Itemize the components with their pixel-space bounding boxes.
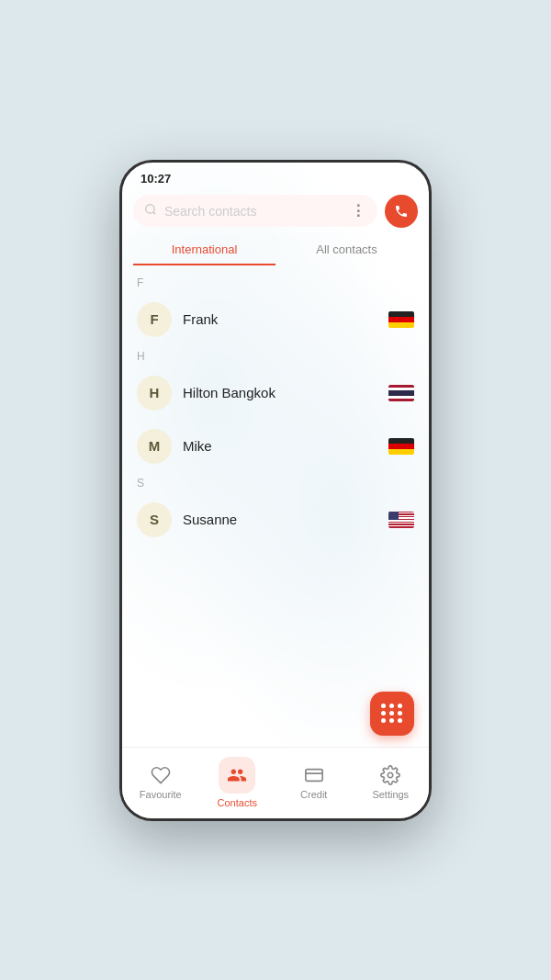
- flag-de-mike: [388, 438, 414, 455]
- contact-item-mike[interactable]: M Mike: [129, 420, 422, 473]
- nav-favourite[interactable]: Favourite: [122, 758, 199, 807]
- contact-list: F F Frank H H Hilton Bangkok: [122, 273, 429, 747]
- contact-name-hilton: Hilton Bangkok: [183, 385, 377, 400]
- phone-content: 10:27 Search contacts ⋮ Int: [122, 163, 429, 818]
- settings-icon: [380, 765, 400, 785]
- svg-rect-2: [306, 770, 322, 782]
- nav-credit-label: Credit: [300, 789, 327, 800]
- call-button[interactable]: [385, 195, 418, 228]
- avatar-susanne: S: [137, 502, 172, 537]
- flag-th-hilton: [388, 385, 414, 401]
- heart-icon: [151, 765, 171, 785]
- bottom-nav: Favourite Contacts Credit: [122, 747, 429, 818]
- nav-contacts-label: Contacts: [218, 797, 257, 808]
- avatar-frank: F: [137, 302, 172, 337]
- avatar-hilton: H: [137, 376, 172, 411]
- nav-settings-label: Settings: [372, 789, 409, 800]
- svg-line-1: [153, 212, 156, 215]
- contacts-icon-bg: [219, 757, 255, 794]
- status-time: 10:27: [141, 172, 171, 186]
- search-placeholder: Search contacts: [164, 204, 343, 219]
- tab-all-contacts[interactable]: All contacts: [276, 235, 418, 265]
- more-icon[interactable]: ⋮: [351, 202, 366, 220]
- tab-international[interactable]: International: [133, 235, 276, 265]
- contacts-icon: [227, 765, 247, 785]
- status-bar: 10:27: [122, 163, 429, 189]
- tabs: International All contacts: [122, 235, 429, 265]
- phone-frame: 10:27 Search contacts ⋮ Int: [119, 160, 432, 821]
- svg-point-0: [146, 205, 154, 213]
- nav-contacts[interactable]: Contacts: [199, 749, 276, 816]
- nav-favourite-label: Favourite: [140, 789, 182, 800]
- dialpad-dots: [381, 704, 403, 723]
- search-bar: Search contacts ⋮: [133, 195, 418, 228]
- contact-name-susanne: Susanne: [183, 512, 377, 527]
- contact-item-hilton[interactable]: H Hilton Bangkok: [129, 366, 422, 420]
- contact-name-mike: Mike: [183, 438, 377, 454]
- flag-de-frank: [388, 311, 414, 328]
- avatar-mike: M: [137, 429, 172, 464]
- search-container[interactable]: Search contacts ⋮: [133, 195, 377, 227]
- flag-us-susanne: [388, 512, 414, 528]
- contact-item-frank[interactable]: F Frank: [129, 293, 422, 346]
- nav-settings[interactable]: Settings: [353, 758, 430, 807]
- nav-credit[interactable]: Credit: [276, 758, 353, 807]
- svg-point-4: [388, 772, 394, 778]
- section-letter-h: H: [129, 346, 422, 366]
- contact-name-frank: Frank: [183, 311, 377, 327]
- search-icon: [144, 203, 157, 219]
- section-letter-f: F: [129, 273, 422, 293]
- section-letter-s: S: [129, 473, 422, 493]
- contact-item-susanne[interactable]: S Susanne: [129, 493, 422, 546]
- fab-dialpad[interactable]: [370, 692, 414, 736]
- credit-icon: [304, 765, 324, 785]
